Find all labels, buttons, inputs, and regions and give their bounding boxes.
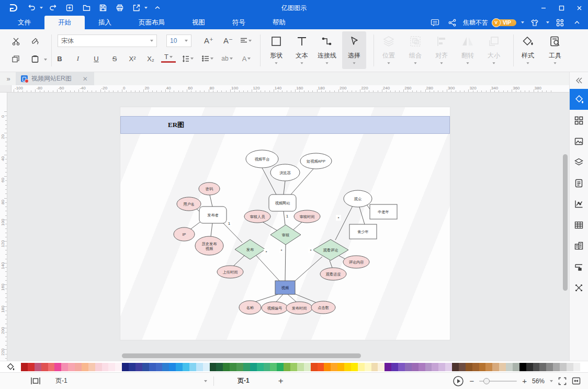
color-swatch[interactable] [203,363,210,371]
color-swatch[interactable] [28,363,35,371]
text-tool-button[interactable]: 文本 [290,31,314,69]
color-swatch[interactable] [533,363,540,371]
color-swatch[interactable] [68,363,75,371]
open-file-button[interactable] [80,2,93,14]
color-swatch[interactable] [162,363,169,371]
color-swatch[interactable] [337,363,344,371]
zoom-level[interactable]: 56% [532,377,545,385]
save-button[interactable] [96,2,110,14]
tools-tool-button[interactable]: 工具 [543,31,567,69]
color-swatch[interactable] [344,363,351,371]
color-swatch[interactable] [506,363,513,371]
paste-button[interactable] [28,52,42,66]
sidebar-fill-icon[interactable] [570,89,588,110]
color-swatch[interactable] [95,363,102,371]
color-swatch[interactable] [41,363,48,371]
er-connector[interactable] [210,195,212,207]
zoom-in-button[interactable]: + [522,376,527,385]
underline-button[interactable]: U [89,52,104,65]
vip-dropdown-caret[interactable] [521,21,524,24]
color-swatch[interactable] [378,363,385,371]
menu-tab-插入[interactable]: 插入 [85,16,125,29]
er-connector[interactable] [284,181,285,194]
color-swatch[interactable] [82,363,88,371]
menu-tab-文件[interactable]: 文件 [4,16,44,29]
paste-dropdown-caret[interactable] [44,59,47,61]
font-color-button[interactable]: T [161,52,176,63]
color-swatch[interactable] [223,363,230,371]
color-swatch[interactable] [580,363,587,371]
color-swatch[interactable] [75,363,82,371]
page-tab[interactable]: 页-1 [238,376,250,385]
sidebar-table-icon[interactable] [570,214,588,235]
menu-tab-帮助[interactable]: 帮助 [259,16,299,29]
color-swatch[interactable] [54,363,61,371]
zoom-slider-knob[interactable] [483,378,490,384]
copy-button[interactable] [9,52,22,66]
color-swatch[interactable] [297,363,304,371]
er-connector[interactable] [285,245,286,281]
vertical-scrollbar[interactable] [563,154,568,291]
color-swatch[interactable] [398,363,405,371]
color-swatch[interactable] [250,363,257,371]
select-tool-button[interactable]: 选择 [342,31,366,69]
color-swatch[interactable] [553,363,560,371]
page-select-dropdown[interactable]: 页-1 [55,376,207,385]
sidebar-symbols-icon[interactable] [570,110,588,131]
close-button[interactable] [570,0,588,16]
color-swatch[interactable] [257,363,264,371]
quick-access-more-button[interactable] [151,2,164,14]
color-swatch[interactable] [331,363,337,371]
color-swatch[interactable] [445,363,452,371]
color-swatch[interactable] [270,363,277,371]
document-tab[interactable]: 视频网站ER图 ✕ [16,72,94,85]
page-frame-icon[interactable] [30,377,41,385]
zoom-dropdown-caret[interactable] [550,380,553,382]
bold-button[interactable]: B [52,52,67,65]
er-connector[interactable] [288,294,296,302]
superscript-button[interactable]: X² [125,52,140,65]
color-swatch[interactable] [108,363,115,371]
sidebar-nodetool-icon[interactable] [570,277,588,298]
theme-shirt-icon[interactable] [528,17,541,28]
sidebar-picture-icon[interactable] [570,131,588,152]
shape-tool-button[interactable]: 形状 [264,31,288,69]
increase-font-button[interactable]: A⁺ [201,35,216,47]
sidebar-flowtool-icon[interactable] [570,256,588,277]
color-swatch[interactable] [264,363,270,371]
color-swatch[interactable] [21,363,28,371]
er-connector[interactable] [293,293,316,303]
character-spacing-button[interactable]: ab [220,52,234,65]
color-swatch[interactable] [149,363,156,371]
color-swatch[interactable] [243,363,250,371]
color-swatch[interactable] [230,363,236,371]
user-name[interactable]: 焦糖不苦 [463,18,488,27]
sidebar-chart-icon[interactable] [570,193,588,214]
cut-button[interactable] [9,35,22,48]
color-swatch[interactable] [405,363,412,371]
color-swatch[interactable] [459,363,466,371]
redo-button[interactable] [46,2,60,14]
color-swatch[interactable] [485,363,492,371]
color-swatch[interactable] [210,363,217,371]
bullet-list-button[interactable] [200,52,215,65]
menu-tab-页面布局[interactable]: 页面布局 [125,16,178,29]
zoom-out-button[interactable]: − [469,376,474,385]
color-swatch[interactable] [513,363,519,371]
color-swatch[interactable] [304,363,311,371]
connector-tool-button[interactable]: 连接线 [315,31,339,69]
color-swatch[interactable] [115,363,122,371]
feedback-icon[interactable] [428,17,442,28]
presentation-play-button[interactable] [453,375,464,387]
er-connector[interactable] [330,260,332,268]
color-swatch[interactable] [546,363,553,371]
export-button[interactable] [130,2,143,14]
color-swatch[interactable] [425,363,432,371]
subscript-button[interactable]: X₂ [143,52,158,65]
color-swatch[interactable] [539,363,546,371]
drawing-canvas[interactable]: ER图 视频平台浏览器短视频APP观众视频网站发布者中老年青少年密码用户名IP历… [7,93,569,361]
er-connector[interactable] [255,294,278,302]
color-swatch[interactable] [560,363,567,371]
fullscreen-button[interactable] [558,377,567,385]
color-swatch[interactable] [412,363,419,371]
